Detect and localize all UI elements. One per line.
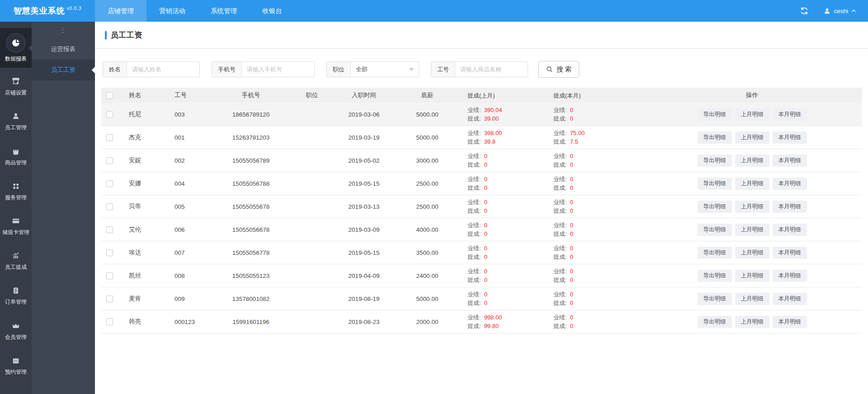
sidebar-item-store-settings[interactable]: 店铺设置 [0,70,32,103]
export-detail-button[interactable]: 导出明细 [698,108,732,121]
sidebar-item-product-management[interactable]: 商品管理 [0,141,32,173]
app-logo: 智慧美业系统 v0.0.3 [0,0,95,22]
export-detail-button[interactable]: 导出明细 [698,247,732,259]
row-actions: 导出明细上月明细本月明细 [642,270,862,282]
export-detail-button[interactable]: 导出明细 [698,224,732,236]
employee-name: 凯丝 [118,272,163,280]
this-month-detail-button[interactable]: 本月明细 [773,201,807,213]
sidebar-item-data-reports[interactable]: 数据报表 [0,28,32,68]
this-month-detail-button[interactable]: 本月明细 [773,108,807,121]
employee-id: 002 [163,157,212,164]
select-all-checkbox[interactable] [106,92,113,99]
base-salary: 2500.00 [393,180,461,187]
commission-this-month: 业绩:0 提成:0 [547,313,642,330]
last-month-detail-button[interactable]: 上月明细 [735,247,769,259]
filter-position-label: 职位 [327,62,351,77]
last-month-detail-button[interactable]: 上月明细 [735,270,769,282]
row-checkbox[interactable] [106,157,113,164]
export-detail-button[interactable]: 导出明细 [698,178,732,190]
this-month-detail-button[interactable]: 本月明细 [773,270,807,282]
crown-icon [0,321,32,331]
secondary-sidebar: ⋮ 运营报表 员工工资 [32,22,95,394]
sidebar-item-service-management[interactable]: 服务管理 [0,175,32,207]
base-salary: 2000.00 [393,319,461,325]
last-month-detail-button[interactable]: 上月明细 [735,293,769,305]
export-detail-button[interactable]: 导出明细 [698,316,732,328]
row-actions: 导出明细上月明细本月明细 [642,224,862,236]
search-button[interactable]: 搜 索 [538,61,579,78]
user-menu[interactable]: ceshi [824,8,856,14]
topnav-store-management[interactable]: 店铺管理 [95,0,146,22]
export-detail-button[interactable]: 导出明细 [698,131,732,144]
sidebar-item-stored-value-card[interactable]: 储值卡管理 [0,210,32,242]
last-month-detail-button[interactable]: 上月明细 [735,178,769,190]
this-month-detail-button[interactable]: 本月明细 [773,224,807,236]
employee-id: 003 [163,111,212,118]
row-checkbox[interactable] [106,180,113,187]
last-month-detail-button[interactable]: 上月明细 [735,131,769,144]
row-checkbox[interactable] [106,249,113,256]
employee-phone: 13578001082 [212,296,289,302]
page-header: 员工工资 [95,22,868,49]
last-month-detail-button[interactable]: 上月明细 [735,316,769,328]
employee-id: 008 [163,272,212,279]
commission-last-month: 业绩:0 提成:0 [461,198,547,215]
table-header: 姓名 工号 手机号 职位 入职时间 底薪 提成(上月) 提成(本月) 操作 [101,88,862,103]
phone-input[interactable] [242,62,314,77]
submenu-item-operation-reports[interactable]: 运营报表 [32,39,95,60]
submenu-item-employee-salary[interactable]: 员工工资 [32,60,95,80]
export-detail-button[interactable]: 导出明细 [698,270,732,282]
this-month-detail-button[interactable]: 本月明细 [773,155,807,167]
this-month-detail-button[interactable]: 本月明细 [773,293,807,305]
topnav-system[interactable]: 系统管理 [198,0,250,22]
last-month-detail-button[interactable]: 上月明细 [735,155,769,167]
row-checkbox[interactable] [106,272,113,279]
last-month-detail-button[interactable]: 上月明细 [735,224,769,236]
row-checkbox[interactable] [106,203,113,210]
commission-this-month: 业绩:0 提成:0 [547,175,642,192]
filter-employee-id: 工号 [431,61,528,77]
employee-salary-table: 姓名 工号 手机号 职位 入职时间 底薪 提成(上月) 提成(本月) 操作 托尼… [101,88,862,333]
sidebar-item-member-management[interactable]: 会员管理 [0,315,32,347]
topnav-cashier[interactable]: 收银台 [250,0,295,22]
commission-last-month: 业绩:398.00 提成:39.8 [461,129,547,146]
row-checkbox[interactable] [106,226,113,233]
employee-id-input[interactable] [455,62,528,77]
row-checkbox[interactable] [106,111,113,118]
base-salary: 2400.00 [393,272,461,279]
last-month-detail-button[interactable]: 上月明细 [735,108,769,121]
this-month-detail-button[interactable]: 本月明细 [773,131,807,144]
row-checkbox[interactable] [106,319,113,325]
employee-name: 韩亮 [118,318,163,326]
this-month-detail-button[interactable]: 本月明细 [773,178,807,190]
table-row: 麦肯 009 13578001082 2019-08-19 5000.00 业绩… [101,287,862,310]
export-detail-button[interactable]: 导出明细 [698,293,732,305]
calendar-icon [0,356,32,366]
refresh-icon[interactable] [800,7,808,15]
name-input[interactable] [127,62,199,77]
topnav-marketing[interactable]: 营销活动 [146,0,198,22]
hire-date: 2019-05-15 [335,249,393,256]
commission-last-month: 业绩:0 提成:0 [461,221,547,238]
sidebar-item-appointment-management[interactable]: 预约管理 [0,350,32,382]
sidebar-item-order-management[interactable]: 订单管理 [0,280,32,312]
export-detail-button[interactable]: 导出明细 [698,201,732,213]
export-detail-button[interactable]: 导出明细 [698,155,732,167]
commission-this-month: 业绩:0 提成:0 [547,152,642,169]
last-month-detail-button[interactable]: 上月明细 [735,201,769,213]
table-row: 艾伦 006 15055056678 2019-03-09 4000.00 业绩… [101,218,862,241]
this-month-detail-button[interactable]: 本月明细 [773,247,807,259]
sidebar-collapse-dots[interactable]: ⋮ [32,22,95,39]
commission-last-month: 业绩:0 提成:0 [461,175,547,192]
bag-icon [0,146,32,156]
sidebar-item-employee-management[interactable]: 员工管理 [0,105,32,137]
base-salary: 3500.00 [393,249,461,256]
this-month-detail-button[interactable]: 本月明细 [773,316,807,328]
row-checkbox[interactable] [106,296,113,302]
commission-last-month: 业绩:0 提成:0 [461,267,547,284]
filter-name-label: 姓名 [103,62,127,77]
top-nav: 店铺管理 营销活动 系统管理 收银台 [95,0,295,22]
row-checkbox[interactable] [106,134,113,141]
position-select[interactable]: 全部 [351,62,419,77]
sidebar-item-employee-commission[interactable]: 员工提成 [0,245,32,277]
